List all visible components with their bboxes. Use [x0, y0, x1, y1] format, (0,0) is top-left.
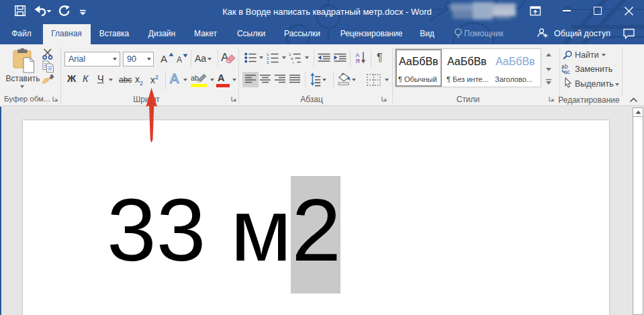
svg-text:Я: Я: [356, 58, 360, 64]
svg-text:ab: ab: [191, 74, 199, 82]
svg-text:ac: ac: [564, 69, 571, 75]
svg-text:i: i: [293, 60, 293, 64]
svg-text:3: 3: [267, 60, 269, 64]
svg-text:А: А: [170, 71, 179, 86]
